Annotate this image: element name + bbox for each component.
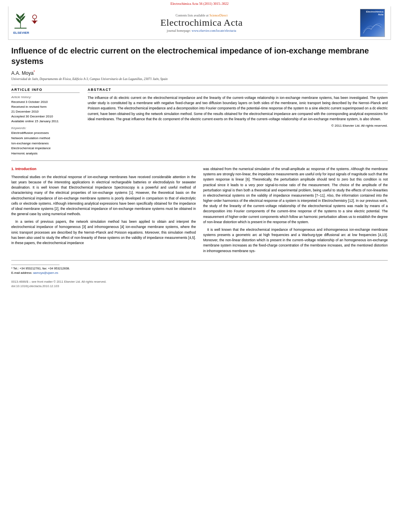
authors-line: A.A. Moya* [11,70,388,76]
email-line: E-mail address: aamoya@ujaen.es [11,271,388,275]
article-title: Influence of dc electric current on the … [11,45,388,66]
abstract-text: The influence of dc electric current on … [88,95,388,122]
keywords-label: Keywords: [11,126,80,130]
article-info: ARTICLE INFO Article history: Received 3… [11,88,80,156]
contents-line: Contents lists available at ScienceDirec… [45,13,358,17]
issn-line: 0013-4686/$ – see front matter © 2011 El… [11,280,388,283]
tel-line: * Tel.: +34 953212781; fax: +34 95321283… [11,266,388,271]
header-divider [11,85,388,85]
article-history-label: Article history: [11,95,80,99]
article-history: Received 3 October 2010 Received in revi… [11,100,80,124]
info-abstract-section: ARTICLE INFO Article history: Received 3… [11,88,388,156]
body-divider [11,160,388,161]
keywords: Electrodiffusion processesNetwork simula… [11,131,80,156]
body-para-4: It is well known that the electrochemica… [203,227,388,254]
elsevier-logo: ELSEVIER [12,10,45,37]
body-para-1: Theoretical studies on the electrical re… [11,175,196,217]
journal-reference: Electrochimica Acta 56 (2011) 3015–3022 [0,0,399,6]
footnote-divider [11,265,60,265]
doi-line: doi:10.1016/j.electacta.2010.12.103 [11,284,388,288]
body-col-left: 1. Introduction Theoretical studies on t… [11,166,196,256]
abstract-heading: ABSTRACT [88,88,388,93]
journal-cover: ElectrochimicaActa [358,9,387,37]
body-para-3: was obtained from the numerical simulati… [203,166,388,225]
affiliation: Universidad de Jaén, Departamento de Fís… [11,77,388,81]
svg-text:ELSEVIER: ELSEVIER [13,31,29,35]
main-content: Influence of dc electric current on the … [11,45,388,256]
body-para-2: In a series of previous papers, the netw… [11,219,196,246]
cover-image: ElectrochimicaActa [360,9,385,37]
journal-title: Electrochimica Acta [45,17,358,28]
journal-homepage: journal homepage: www.elsevier.com/locat… [45,29,358,33]
journal-center-block: Contents lists available at ScienceDirec… [45,13,358,33]
abstract-section: ABSTRACT The influence of dc electric cu… [88,88,388,156]
body-columns: 1. Introduction Theoretical studies on t… [11,166,388,256]
article-info-heading: ARTICLE INFO [11,88,80,93]
body-col-right: was obtained from the numerical simulati… [203,166,388,256]
journal-header: ELSEVIER Contents lists available at Sci… [8,6,391,40]
footer: * Tel.: +34 953212781; fax: +34 95321283… [11,260,388,288]
svg-point-2 [33,15,37,19]
copyright: © 2011 Elsevier Ltd. All rights reserved… [88,124,388,127]
section1-title: 1. Introduction [11,166,196,172]
